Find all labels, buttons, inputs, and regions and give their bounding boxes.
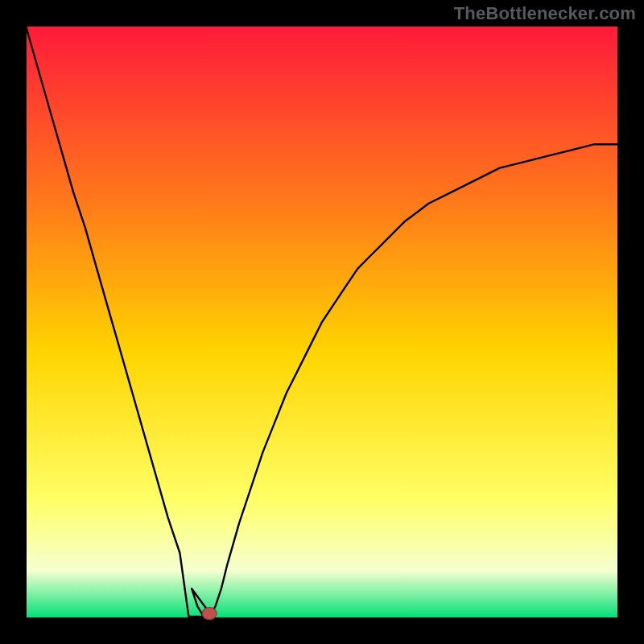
bottleneck-chart [0, 0, 644, 644]
optimum-marker [202, 608, 217, 620]
watermark-text: TheBottlenecker.com [454, 3, 636, 24]
chart-frame: TheBottlenecker.com [0, 0, 644, 644]
